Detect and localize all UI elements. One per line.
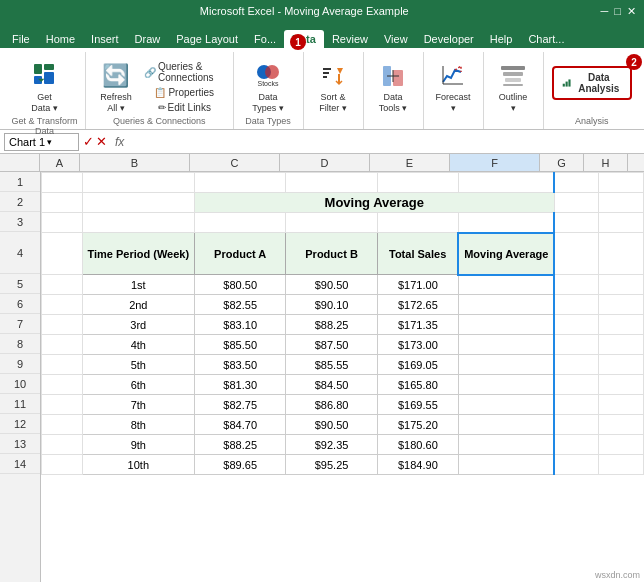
cell-title-moving-average[interactable]: Moving Average [195, 193, 555, 213]
col-header-H[interactable]: H [584, 154, 628, 171]
refresh-all-btn[interactable]: 🔄 RefreshAll ▾ [92, 58, 140, 116]
row-header-1[interactable]: 1 [0, 172, 40, 192]
cell-F6[interactable] [458, 295, 554, 315]
tab-pagelayout[interactable]: Page Layout [168, 30, 246, 48]
cell-H5[interactable] [599, 275, 644, 295]
cell-D7[interactable]: $88.25 [286, 315, 377, 335]
col-header-E[interactable]: E [370, 154, 450, 171]
cell-B10[interactable]: 6th [82, 375, 194, 395]
cell-H3[interactable] [599, 213, 644, 233]
cell-H6[interactable] [599, 295, 644, 315]
cell-E8[interactable]: $173.00 [377, 335, 458, 355]
row-header-8[interactable]: 8 [0, 334, 40, 354]
cell-D13[interactable]: $92.35 [286, 435, 377, 455]
tab-home[interactable]: Home [38, 30, 83, 48]
row-header-4[interactable]: 4 [0, 232, 40, 274]
cell-F12[interactable] [458, 415, 554, 435]
cell-A8[interactable] [42, 335, 83, 355]
cell-G1[interactable] [554, 173, 599, 193]
cell-G10[interactable] [554, 375, 599, 395]
cell-A3[interactable] [42, 213, 83, 233]
cell-D11[interactable]: $86.80 [286, 395, 377, 415]
row-header-2[interactable]: 2 [0, 192, 40, 212]
cell-B5[interactable]: 1st [82, 275, 194, 295]
cell-F14[interactable] [458, 455, 554, 475]
cell-H1[interactable] [599, 173, 644, 193]
cell-G9[interactable] [554, 355, 599, 375]
cell-C6[interactable]: $82.55 [195, 295, 286, 315]
col-header-C[interactable]: C [190, 154, 280, 171]
cell-A5[interactable] [42, 275, 83, 295]
minimize-btn[interactable]: ─ [601, 5, 609, 18]
cell-G4[interactable] [554, 233, 599, 275]
row-header-13[interactable]: 13 [0, 434, 40, 454]
cell-B13[interactable]: 9th [82, 435, 194, 455]
cell-D6[interactable]: $90.10 [286, 295, 377, 315]
cell-C12[interactable]: $84.70 [195, 415, 286, 435]
cell-F5[interactable] [458, 275, 554, 295]
row-header-10[interactable]: 10 [0, 374, 40, 394]
cell-D8[interactable]: $87.50 [286, 335, 377, 355]
cell-D3[interactable] [286, 213, 377, 233]
tab-developer[interactable]: Developer [416, 30, 482, 48]
row-header-11[interactable]: 11 [0, 394, 40, 414]
col-header-A[interactable]: A [40, 154, 80, 171]
col-header-D[interactable]: D [280, 154, 370, 171]
cell-A1[interactable] [42, 173, 83, 193]
row-header-3[interactable]: 3 [0, 212, 40, 232]
cell-C7[interactable]: $83.10 [195, 315, 286, 335]
cell-E11[interactable]: $169.55 [377, 395, 458, 415]
cell-G7[interactable] [554, 315, 599, 335]
cell-B8[interactable]: 4th [82, 335, 194, 355]
cell-E3[interactable] [377, 213, 458, 233]
cell-F10[interactable] [458, 375, 554, 395]
tab-draw[interactable]: Draw [127, 30, 169, 48]
cell-E7[interactable]: $171.35 [377, 315, 458, 335]
cell-A12[interactable] [42, 415, 83, 435]
cell-C1[interactable] [195, 173, 286, 193]
col-header-F[interactable]: F [450, 154, 540, 171]
cell-C11[interactable]: $82.75 [195, 395, 286, 415]
cell-G14[interactable] [554, 455, 599, 475]
cell-F11[interactable] [458, 395, 554, 415]
cell-D9[interactable]: $85.55 [286, 355, 377, 375]
cell-F9[interactable] [458, 355, 554, 375]
cell-E5[interactable]: $171.00 [377, 275, 458, 295]
cell-E6[interactable]: $172.65 [377, 295, 458, 315]
col-header-B[interactable]: B [80, 154, 190, 171]
row-header-6[interactable]: 6 [0, 294, 40, 314]
cell-header-time-period[interactable]: Time Period (Week) [82, 233, 194, 275]
get-data-btn[interactable]: GetData ▾ [24, 58, 64, 116]
cell-header-moving-average[interactable]: Moving Average [458, 233, 554, 275]
cell-H12[interactable] [599, 415, 644, 435]
cell-H13[interactable] [599, 435, 644, 455]
cell-G5[interactable] [554, 275, 599, 295]
cell-B14[interactable]: 10th [82, 455, 194, 475]
maximize-btn[interactable]: □ [614, 5, 621, 18]
col-header-G[interactable]: G [540, 154, 584, 171]
formula-input[interactable] [128, 136, 640, 148]
cell-C14[interactable]: $89.65 [195, 455, 286, 475]
cell-E14[interactable]: $184.90 [377, 455, 458, 475]
cell-A6[interactable] [42, 295, 83, 315]
row-header-5[interactable]: 5 [0, 274, 40, 294]
outline-btn[interactable]: Outline▾ [493, 58, 533, 116]
cell-E1[interactable] [377, 173, 458, 193]
cell-header-total-sales[interactable]: Total Sales [377, 233, 458, 275]
cell-B7[interactable]: 3rd [82, 315, 194, 335]
sort-filter-btn[interactable]: Sort &Filter ▾ [313, 58, 353, 116]
cell-G11[interactable] [554, 395, 599, 415]
cell-A9[interactable] [42, 355, 83, 375]
cell-F7[interactable] [458, 315, 554, 335]
cell-B2[interactable] [82, 193, 194, 213]
cell-F1[interactable] [458, 173, 554, 193]
cell-C9[interactable]: $83.50 [195, 355, 286, 375]
cell-H11[interactable] [599, 395, 644, 415]
data-analysis-button[interactable]: Data Analysis [552, 66, 632, 100]
cell-B6[interactable]: 2nd [82, 295, 194, 315]
forecast-btn[interactable]: Forecast▾ [432, 58, 475, 116]
cell-B12[interactable]: 8th [82, 415, 194, 435]
edit-links-btn[interactable]: ✏ Edit Links [142, 101, 227, 114]
tab-help[interactable]: Help [482, 30, 521, 48]
cell-A7[interactable] [42, 315, 83, 335]
